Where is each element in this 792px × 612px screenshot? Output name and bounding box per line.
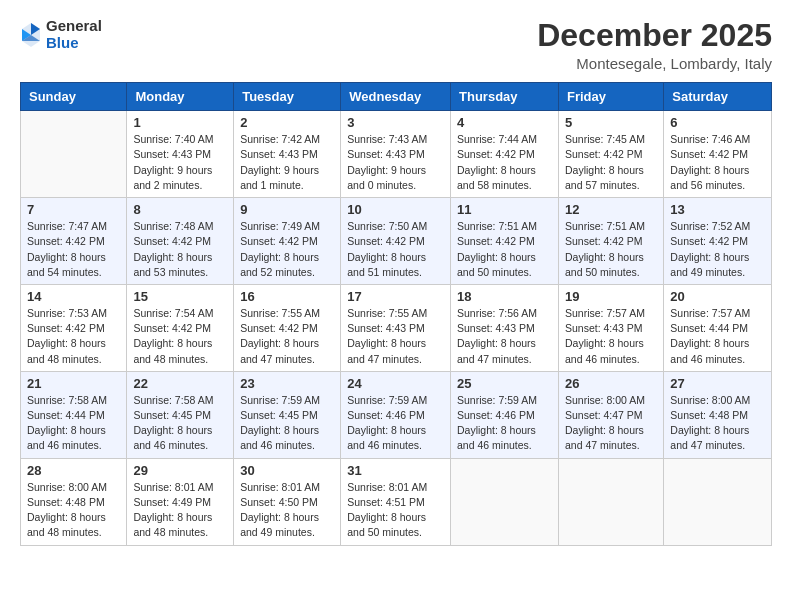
day-info: Sunrise: 7:52 AM Sunset: 4:42 PM Dayligh… [670,219,765,280]
calendar-cell: 21Sunrise: 7:58 AM Sunset: 4:44 PM Dayli… [21,371,127,458]
day-info: Sunrise: 7:56 AM Sunset: 4:43 PM Dayligh… [457,306,552,367]
calendar-cell [451,458,559,545]
day-info: Sunrise: 7:51 AM Sunset: 4:42 PM Dayligh… [565,219,657,280]
calendar-cell: 27Sunrise: 8:00 AM Sunset: 4:48 PM Dayli… [664,371,772,458]
day-number: 15 [133,289,227,304]
calendar-cell: 15Sunrise: 7:54 AM Sunset: 4:42 PM Dayli… [127,284,234,371]
calendar-cell: 23Sunrise: 7:59 AM Sunset: 4:45 PM Dayli… [234,371,341,458]
title-area: December 2025 Montesegale, Lombardy, Ita… [537,18,772,72]
calendar-cell: 11Sunrise: 7:51 AM Sunset: 4:42 PM Dayli… [451,198,559,285]
day-number: 31 [347,463,444,478]
logo: General Blue [20,18,102,51]
day-info: Sunrise: 8:01 AM Sunset: 4:49 PM Dayligh… [133,480,227,541]
calendar-header-row: SundayMondayTuesdayWednesdayThursdayFrid… [21,83,772,111]
calendar-cell: 8Sunrise: 7:48 AM Sunset: 4:42 PM Daylig… [127,198,234,285]
page: General Blue December 2025 Montesegale, … [0,0,792,558]
day-info: Sunrise: 8:00 AM Sunset: 4:48 PM Dayligh… [670,393,765,454]
day-info: Sunrise: 7:47 AM Sunset: 4:42 PM Dayligh… [27,219,120,280]
calendar-cell: 2Sunrise: 7:42 AM Sunset: 4:43 PM Daylig… [234,111,341,198]
day-number: 1 [133,115,227,130]
calendar-header-wednesday: Wednesday [341,83,451,111]
calendar-cell: 3Sunrise: 7:43 AM Sunset: 4:43 PM Daylig… [341,111,451,198]
day-info: Sunrise: 7:57 AM Sunset: 4:44 PM Dayligh… [670,306,765,367]
calendar-week-row: 21Sunrise: 7:58 AM Sunset: 4:44 PM Dayli… [21,371,772,458]
logo-icon [20,21,42,49]
day-info: Sunrise: 7:58 AM Sunset: 4:44 PM Dayligh… [27,393,120,454]
calendar-cell: 28Sunrise: 8:00 AM Sunset: 4:48 PM Dayli… [21,458,127,545]
calendar-cell: 26Sunrise: 8:00 AM Sunset: 4:47 PM Dayli… [558,371,663,458]
day-number: 7 [27,202,120,217]
day-number: 19 [565,289,657,304]
calendar-cell [664,458,772,545]
day-info: Sunrise: 7:51 AM Sunset: 4:42 PM Dayligh… [457,219,552,280]
day-info: Sunrise: 7:49 AM Sunset: 4:42 PM Dayligh… [240,219,334,280]
calendar-week-row: 1Sunrise: 7:40 AM Sunset: 4:43 PM Daylig… [21,111,772,198]
day-number: 4 [457,115,552,130]
day-number: 25 [457,376,552,391]
day-number: 6 [670,115,765,130]
day-number: 10 [347,202,444,217]
location: Montesegale, Lombardy, Italy [537,55,772,72]
day-number: 9 [240,202,334,217]
day-number: 5 [565,115,657,130]
day-number: 3 [347,115,444,130]
day-info: Sunrise: 7:59 AM Sunset: 4:45 PM Dayligh… [240,393,334,454]
day-info: Sunrise: 7:57 AM Sunset: 4:43 PM Dayligh… [565,306,657,367]
day-info: Sunrise: 7:48 AM Sunset: 4:42 PM Dayligh… [133,219,227,280]
calendar: SundayMondayTuesdayWednesdayThursdayFrid… [20,82,772,545]
calendar-cell: 31Sunrise: 8:01 AM Sunset: 4:51 PM Dayli… [341,458,451,545]
day-info: Sunrise: 7:59 AM Sunset: 4:46 PM Dayligh… [347,393,444,454]
day-info: Sunrise: 7:55 AM Sunset: 4:42 PM Dayligh… [240,306,334,367]
day-info: Sunrise: 7:59 AM Sunset: 4:46 PM Dayligh… [457,393,552,454]
calendar-cell: 29Sunrise: 8:01 AM Sunset: 4:49 PM Dayli… [127,458,234,545]
day-info: Sunrise: 7:53 AM Sunset: 4:42 PM Dayligh… [27,306,120,367]
calendar-cell: 19Sunrise: 7:57 AM Sunset: 4:43 PM Dayli… [558,284,663,371]
day-number: 22 [133,376,227,391]
calendar-cell: 7Sunrise: 7:47 AM Sunset: 4:42 PM Daylig… [21,198,127,285]
calendar-header-friday: Friday [558,83,663,111]
calendar-cell: 16Sunrise: 7:55 AM Sunset: 4:42 PM Dayli… [234,284,341,371]
calendar-cell: 1Sunrise: 7:40 AM Sunset: 4:43 PM Daylig… [127,111,234,198]
calendar-header-sunday: Sunday [21,83,127,111]
day-number: 16 [240,289,334,304]
day-number: 11 [457,202,552,217]
calendar-week-row: 14Sunrise: 7:53 AM Sunset: 4:42 PM Dayli… [21,284,772,371]
calendar-cell: 20Sunrise: 7:57 AM Sunset: 4:44 PM Dayli… [664,284,772,371]
day-number: 23 [240,376,334,391]
calendar-cell: 12Sunrise: 7:51 AM Sunset: 4:42 PM Dayli… [558,198,663,285]
day-number: 24 [347,376,444,391]
calendar-header-thursday: Thursday [451,83,559,111]
day-number: 12 [565,202,657,217]
day-info: Sunrise: 7:43 AM Sunset: 4:43 PM Dayligh… [347,132,444,193]
calendar-cell: 4Sunrise: 7:44 AM Sunset: 4:42 PM Daylig… [451,111,559,198]
month-title: December 2025 [537,18,772,53]
day-number: 21 [27,376,120,391]
day-number: 29 [133,463,227,478]
day-info: Sunrise: 8:00 AM Sunset: 4:47 PM Dayligh… [565,393,657,454]
day-info: Sunrise: 7:50 AM Sunset: 4:42 PM Dayligh… [347,219,444,280]
calendar-cell: 17Sunrise: 7:55 AM Sunset: 4:43 PM Dayli… [341,284,451,371]
calendar-week-row: 28Sunrise: 8:00 AM Sunset: 4:48 PM Dayli… [21,458,772,545]
day-number: 13 [670,202,765,217]
day-info: Sunrise: 8:00 AM Sunset: 4:48 PM Dayligh… [27,480,120,541]
calendar-cell: 25Sunrise: 7:59 AM Sunset: 4:46 PM Dayli… [451,371,559,458]
calendar-header-tuesday: Tuesday [234,83,341,111]
day-number: 17 [347,289,444,304]
calendar-cell: 24Sunrise: 7:59 AM Sunset: 4:46 PM Dayli… [341,371,451,458]
calendar-cell: 18Sunrise: 7:56 AM Sunset: 4:43 PM Dayli… [451,284,559,371]
header: General Blue December 2025 Montesegale, … [20,18,772,72]
calendar-cell: 9Sunrise: 7:49 AM Sunset: 4:42 PM Daylig… [234,198,341,285]
calendar-cell: 10Sunrise: 7:50 AM Sunset: 4:42 PM Dayli… [341,198,451,285]
calendar-cell: 30Sunrise: 8:01 AM Sunset: 4:50 PM Dayli… [234,458,341,545]
calendar-cell: 22Sunrise: 7:58 AM Sunset: 4:45 PM Dayli… [127,371,234,458]
day-number: 8 [133,202,227,217]
calendar-cell [558,458,663,545]
day-info: Sunrise: 8:01 AM Sunset: 4:51 PM Dayligh… [347,480,444,541]
day-number: 28 [27,463,120,478]
calendar-cell: 14Sunrise: 7:53 AM Sunset: 4:42 PM Dayli… [21,284,127,371]
day-number: 14 [27,289,120,304]
day-info: Sunrise: 7:42 AM Sunset: 4:43 PM Dayligh… [240,132,334,193]
day-number: 18 [457,289,552,304]
day-info: Sunrise: 8:01 AM Sunset: 4:50 PM Dayligh… [240,480,334,541]
calendar-cell: 6Sunrise: 7:46 AM Sunset: 4:42 PM Daylig… [664,111,772,198]
